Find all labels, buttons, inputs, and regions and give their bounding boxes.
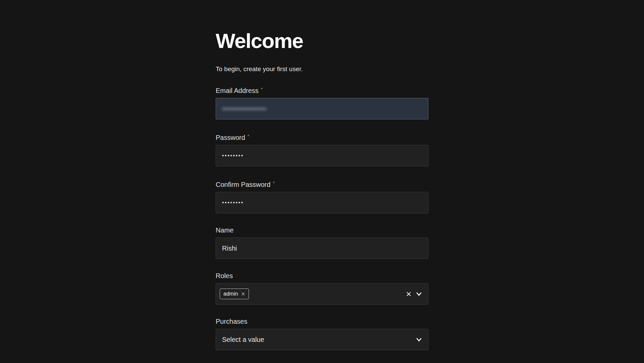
roles-field-group: Roles admin: [216, 272, 428, 305]
confirm-password-label-text: Confirm Password: [216, 181, 270, 188]
password-field-group: Password*: [216, 132, 428, 166]
role-chip-label: admin: [223, 291, 238, 297]
clear-icon[interactable]: [406, 291, 412, 297]
required-asterisk: *: [273, 180, 274, 186]
roles-label: Roles: [216, 272, 428, 280]
name-label: Name: [216, 226, 428, 234]
purchases-placeholder: Select a value: [222, 336, 264, 344]
email-label: Email Address*: [216, 85, 428, 95]
confirm-password-input[interactable]: [216, 192, 428, 213]
email-input[interactable]: ●●●●●●●●●●●●●●●●●●●●●●●●: [216, 98, 428, 119]
purchases-select[interactable]: Select a value: [216, 329, 428, 350]
roles-label-text: Roles: [216, 272, 233, 279]
password-label-text: Password: [216, 134, 245, 141]
purchases-label: Purchases: [216, 317, 428, 325]
password-input[interactable]: [216, 145, 428, 166]
name-field-group: Name: [216, 226, 428, 259]
required-asterisk: *: [261, 87, 263, 92]
chip-remove-icon[interactable]: [241, 292, 245, 296]
redacted-email-value: ●●●●●●●●●●●●●●●●●●●●●●●●: [222, 106, 266, 111]
purchases-label-text: Purchases: [216, 318, 248, 325]
confirm-password-label: Confirm Password*: [216, 179, 428, 189]
password-label: Password*: [216, 132, 428, 142]
chevron-down-icon[interactable]: [416, 291, 422, 297]
page-title: Welcome: [216, 30, 428, 52]
email-label-text: Email Address: [216, 87, 259, 94]
email-field-group: Email Address* ●●●●●●●●●●●●●●●●●●●●●●●●: [216, 85, 428, 119]
roles-multiselect[interactable]: admin: [216, 283, 428, 305]
create-first-user-panel: Welcome To begin, create your first user…: [216, 0, 428, 363]
purchases-field-group: Purchases Select a value: [216, 317, 428, 350]
page-subtitle: To begin, create your first user.: [216, 65, 428, 73]
required-asterisk: *: [248, 134, 249, 139]
role-chip-admin[interactable]: admin: [220, 289, 249, 299]
chevron-down-icon[interactable]: [416, 336, 422, 343]
name-input[interactable]: [216, 238, 428, 259]
confirm-password-field-group: Confirm Password*: [216, 179, 428, 213]
name-label-text: Name: [216, 226, 233, 234]
